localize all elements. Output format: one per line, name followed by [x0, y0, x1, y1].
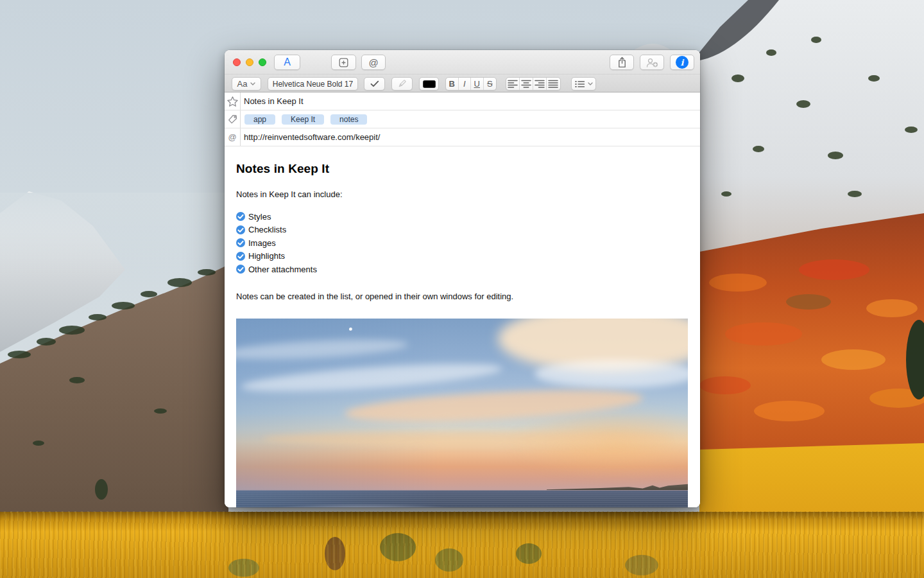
tag-gutter — [225, 110, 241, 128]
note-editor[interactable]: Notes in Keep It Notes in Keep It can in… — [225, 146, 700, 507]
checklist: Styles Checklists Images — [236, 210, 687, 276]
favorite-gutter — [225, 92, 241, 110]
fonts-label: Aa — [237, 79, 248, 89]
add-contact-button[interactable] — [640, 55, 664, 70]
share-icon — [617, 57, 627, 68]
color-swatch — [423, 80, 436, 88]
checkbox-checked-icon[interactable] — [236, 225, 245, 234]
share-button[interactable] — [610, 55, 634, 70]
checkmark-icon — [370, 80, 379, 87]
checklist-item: Images — [236, 236, 687, 250]
new-note-icon — [339, 58, 348, 67]
new-note-button[interactable] — [331, 55, 356, 70]
tag-pill[interactable]: notes — [330, 114, 367, 125]
chevron-down-icon — [588, 82, 593, 85]
mention-button[interactable]: @ — [361, 55, 386, 70]
align-right-icon — [535, 80, 545, 88]
marker-icon — [397, 79, 407, 89]
text-color-button[interactable] — [419, 77, 439, 91]
titlebar[interactable]: A @ — [225, 50, 700, 74]
checklist-button[interactable] — [364, 77, 385, 91]
note-paragraph: Notes can be created in the list, or ope… — [236, 292, 687, 301]
note-title-field[interactable]: Notes in Keep It — [241, 96, 304, 106]
tag-pill[interactable]: Keep It — [282, 114, 324, 125]
fonts-dropdown[interactable]: Aa — [232, 77, 261, 91]
checkbox-checked-icon[interactable] — [236, 212, 245, 221]
toolbar-right-cluster: i — [610, 55, 694, 70]
title-row: Notes in Keep It — [225, 92, 700, 110]
align-center-button[interactable] — [520, 78, 533, 90]
tag-icon — [227, 114, 238, 125]
minimize-button[interactable] — [246, 58, 253, 66]
align-justify-button[interactable] — [547, 78, 560, 90]
checklist-label: Highlights — [248, 251, 285, 261]
attachment-image[interactable] — [236, 319, 688, 508]
format-panel-button[interactable]: A — [274, 55, 300, 70]
format-panel-label: A — [284, 57, 291, 68]
photo-cloud — [263, 432, 670, 446]
bold-button[interactable]: B — [446, 78, 459, 90]
star-icon[interactable] — [227, 96, 239, 107]
align-left-icon — [508, 80, 518, 88]
checklist-label: Images — [248, 238, 276, 248]
list-style-dropdown[interactable] — [571, 77, 596, 91]
checklist-label: Styles — [248, 212, 271, 222]
url-gutter: @ — [225, 128, 241, 146]
font-name-field[interactable]: Helvetica Neue Bold 17 — [268, 77, 358, 91]
text-style-group: B I U S — [445, 77, 497, 91]
highlight-button[interactable] — [391, 77, 413, 91]
checklist-label: Other attachments — [248, 265, 317, 274]
checklist-item: Checklists — [236, 223, 687, 237]
italic-button[interactable]: I — [459, 78, 472, 90]
url-row: @ http://reinventedsoftware.com/keepit/ — [225, 128, 700, 146]
chevron-down-icon — [250, 82, 255, 85]
tag-list: app Keep It notes — [241, 114, 367, 125]
checklist-item: Styles — [236, 210, 687, 223]
desktop: A @ — [0, 0, 924, 578]
checklist-item: Highlights — [236, 250, 687, 263]
note-meta: Notes in Keep It app Keep It notes @ — [225, 92, 700, 146]
zoom-button[interactable] — [259, 58, 266, 66]
tag-pill[interactable]: app — [244, 114, 275, 125]
info-button[interactable]: i — [670, 55, 694, 70]
note-intro: Notes in Keep It can include: — [236, 189, 687, 199]
photo-cloud — [535, 360, 688, 389]
mention-label: @ — [368, 57, 378, 68]
bullet-list-icon — [574, 80, 585, 88]
add-contact-icon — [646, 58, 658, 67]
align-left-button[interactable] — [506, 78, 520, 90]
window-chrome: A @ — [225, 50, 700, 92]
checklist-item: Other attachments — [236, 263, 687, 276]
note-heading: Notes in Keep It — [236, 162, 687, 176]
checklist-label: Checklists — [248, 225, 286, 234]
alignment-group — [506, 77, 561, 91]
note-url-field[interactable]: http://reinventedsoftware.com/keepit/ — [241, 132, 380, 142]
strikethrough-button[interactable]: S — [484, 78, 496, 90]
tags-row: app Keep It notes — [225, 110, 700, 128]
info-icon: i — [676, 56, 689, 69]
checkbox-checked-icon[interactable] — [236, 252, 245, 261]
close-button[interactable] — [233, 58, 241, 66]
checkbox-checked-icon[interactable] — [236, 238, 245, 247]
format-bar: Aa Helvetica Neue Bold 17 — [225, 75, 700, 92]
font-name-value: Helvetica Neue Bold 17 — [273, 80, 353, 89]
at-icon: @ — [228, 132, 236, 142]
underline-button[interactable]: U — [471, 78, 484, 90]
align-center-icon — [521, 80, 531, 88]
foliage-texture — [0, 511, 924, 578]
photo-moon — [349, 328, 352, 331]
note-window: A @ — [225, 50, 700, 507]
align-right-button[interactable] — [533, 78, 547, 90]
align-justify-icon — [548, 80, 558, 88]
checkbox-checked-icon[interactable] — [236, 265, 245, 274]
